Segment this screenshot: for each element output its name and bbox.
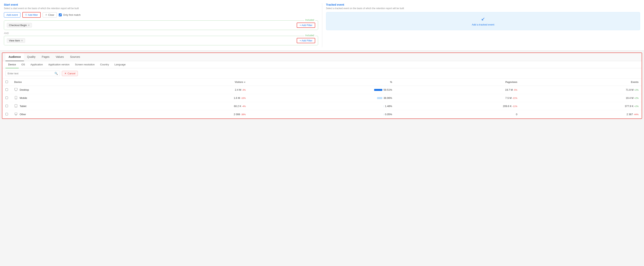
add-filter-checkout-button[interactable]: + Add Filter bbox=[297, 22, 315, 28]
th-visitors[interactable]: Visitors ▼ bbox=[138, 78, 249, 86]
pageviews-cell: 19.7 M -5% bbox=[395, 86, 520, 94]
percent-value: 1.48% bbox=[385, 105, 392, 108]
percent-cell: 38.96% bbox=[249, 94, 395, 102]
device-cell: Other bbox=[11, 110, 138, 118]
sub-tab-country[interactable]: Country bbox=[97, 61, 112, 68]
percent-value: 38.96% bbox=[384, 96, 392, 100]
cancel-button[interactable]: ✕ Cancel bbox=[62, 71, 78, 76]
checkout-begin-tag: Checkout Begin ✕ bbox=[7, 23, 32, 28]
only-first-match-label[interactable]: Only first match bbox=[59, 14, 80, 16]
tab-quality[interactable]: Quality bbox=[24, 53, 39, 61]
events-cell: 71.8 M +2% bbox=[520, 86, 642, 94]
sub-tab-language[interactable]: Language bbox=[112, 61, 128, 68]
sub-tab-screen-resolution[interactable]: Screen resolution bbox=[72, 61, 97, 68]
search-icon: 🔍 bbox=[54, 72, 58, 75]
only-first-match-checkbox[interactable] bbox=[59, 14, 62, 16]
row-checkbox-cell[interactable] bbox=[2, 110, 11, 118]
svg-rect-5 bbox=[15, 113, 17, 114]
row-checkbox[interactable] bbox=[6, 113, 8, 116]
remove-checkout-tag[interactable]: ✕ bbox=[28, 24, 30, 27]
visitors-cell: 2 008 -38% bbox=[138, 110, 249, 118]
svg-point-2 bbox=[16, 98, 16, 99]
tracked-event-text: Add a tracked event bbox=[472, 23, 494, 26]
device-icon bbox=[14, 96, 18, 100]
tab-pages[interactable]: Pages bbox=[39, 53, 53, 61]
add-event-button[interactable]: Add event bbox=[4, 12, 20, 18]
event-tag-row-1: Checkout Begin ✕ + Add Filter bbox=[7, 22, 315, 28]
visitors-change: -16% bbox=[241, 97, 246, 99]
percent-value: 59.51% bbox=[384, 88, 392, 91]
device-cell: Desktop bbox=[11, 86, 138, 94]
row-checkbox-cell[interactable] bbox=[2, 86, 11, 94]
pageviews-cell: 0 bbox=[395, 110, 520, 118]
th-device: Device bbox=[11, 78, 138, 86]
device-table: Device Visitors ▼ % Pageviews Events bbox=[2, 78, 642, 118]
device-icon bbox=[14, 104, 18, 108]
row-checkbox[interactable] bbox=[6, 96, 8, 99]
start-event-title: Start event bbox=[4, 3, 318, 6]
clear-button[interactable]: ✕ Clear bbox=[42, 12, 57, 18]
bottom-section: Audience Quality Pages Values Sources De… bbox=[2, 52, 642, 119]
device-name: Mobile bbox=[20, 96, 27, 100]
search-input[interactable] bbox=[8, 72, 53, 75]
table-row: Other 2 008 -38% 0.05% 0 2 367 -44% bbox=[2, 110, 642, 118]
table-header-row: Device Visitors ▼ % Pageviews Events bbox=[2, 78, 642, 86]
event-group-checkout: Included Checkout Begin ✕ + Add Filter bbox=[4, 20, 318, 30]
tab-sources[interactable]: Sources bbox=[67, 53, 83, 61]
start-event-panel: Start event Select a start event on the … bbox=[4, 3, 318, 47]
percent-bar bbox=[374, 89, 382, 91]
add-filter-button[interactable]: ▽ Add filter bbox=[22, 12, 41, 18]
row-checkbox[interactable] bbox=[6, 88, 8, 91]
tracked-event-subtitle: Select a tracked event on the basis of w… bbox=[326, 7, 640, 10]
device-cell: Mobile bbox=[11, 94, 138, 102]
percent-cell: 59.51% bbox=[249, 86, 395, 94]
tracked-event-icon: ↙ bbox=[481, 16, 485, 22]
events-change: +2% bbox=[634, 97, 638, 99]
select-all-checkbox[interactable] bbox=[6, 80, 8, 83]
remove-viewitem-tag[interactable]: ✕ bbox=[21, 39, 23, 42]
th-events: Events bbox=[520, 78, 642, 86]
device-icon bbox=[14, 112, 18, 116]
row-checkbox-cell[interactable] bbox=[2, 94, 11, 102]
event-group-viewitem: Included View Item ✕ + Add Filter bbox=[4, 36, 318, 45]
and-label: AND bbox=[4, 32, 318, 35]
th-percent: % bbox=[249, 78, 395, 86]
events-cell: 377.9 K +2% bbox=[520, 102, 642, 110]
device-name: Tablet bbox=[20, 105, 26, 108]
sub-tab-application[interactable]: Application bbox=[28, 61, 46, 68]
percent-value: 0.05% bbox=[385, 113, 392, 116]
add-tracked-event-box[interactable]: ↙ Add a tracked event bbox=[326, 12, 640, 30]
search-input-wrap[interactable]: 🔍 bbox=[6, 71, 60, 76]
start-event-subtitle: Select a start event on the basis of whi… bbox=[4, 7, 318, 10]
tab-audience[interactable]: Audience bbox=[6, 53, 24, 61]
sub-tab-application-version[interactable]: Application version bbox=[46, 61, 72, 68]
event-tag-row-2: View Item ✕ + Add Filter bbox=[7, 38, 315, 43]
add-filter-viewitem-button[interactable]: + Add Filter bbox=[297, 38, 315, 43]
search-row: 🔍 ✕ Cancel bbox=[2, 68, 642, 78]
table-row: Tablet 60.2 K -4% 1.48% 209.6 K -11% 377… bbox=[2, 102, 642, 110]
row-checkbox-cell[interactable] bbox=[2, 102, 11, 110]
events-change: +2% bbox=[634, 105, 638, 108]
visitors-cell: 60.2 K -4% bbox=[138, 102, 249, 110]
visitors-cell: 1.6 M -16% bbox=[138, 94, 249, 102]
visitors-change: -3% bbox=[242, 89, 246, 91]
row-checkbox[interactable] bbox=[6, 105, 8, 107]
x-icon: ✕ bbox=[45, 14, 47, 16]
sub-tabs-bar: Device OS Application Application versio… bbox=[2, 61, 642, 68]
th-select-all[interactable] bbox=[2, 78, 11, 86]
start-event-toolbar: Add event ▽ Add filter ✕ Clear Only firs… bbox=[4, 12, 318, 18]
sub-tab-device[interactable]: Device bbox=[6, 61, 19, 68]
tab-values[interactable]: Values bbox=[52, 53, 67, 61]
svg-rect-6 bbox=[15, 114, 16, 115]
pageviews-cell: 7.5 M -21% bbox=[395, 94, 520, 102]
filter-icon: ▽ bbox=[25, 14, 27, 16]
tracked-event-panel: Tracked event Select a tracked event on … bbox=[322, 3, 640, 47]
events-cell: 2 367 -44% bbox=[520, 110, 642, 118]
sub-tab-os[interactable]: OS bbox=[19, 61, 28, 68]
visitors-cell: 2.4 M -3% bbox=[138, 86, 249, 94]
pageviews-cell: 209.6 K -11% bbox=[395, 102, 520, 110]
view-item-tag: View Item ✕ bbox=[7, 38, 25, 43]
visitors-change: -38% bbox=[241, 113, 246, 116]
svg-rect-0 bbox=[14, 88, 18, 90]
sort-arrow-icon: ▼ bbox=[244, 81, 246, 83]
